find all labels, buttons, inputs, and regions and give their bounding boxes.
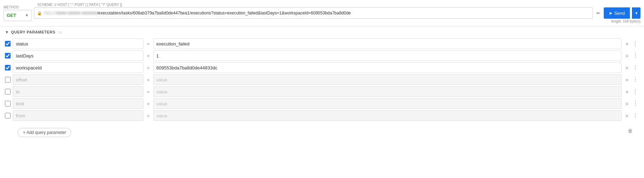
url-blurred-part: https://■■■■ ■■■■■ ■■■■■■ <box>43 11 97 16</box>
params-list: =×⋮=×⋮=×⋮=×⋮=×⋮=×⋮=×⋮ <box>5 38 639 121</box>
param-remove-button[interactable]: × <box>624 65 630 70</box>
param-checkbox[interactable] <box>5 41 11 47</box>
param-value-input[interactable] <box>153 110 622 121</box>
param-row: =×⋮ <box>5 98 639 109</box>
param-key-input[interactable] <box>13 110 143 121</box>
param-value-input[interactable] <box>153 62 622 73</box>
query-params-header[interactable]: ▼ QUERY PARAMETERS ↑↓ <box>5 30 639 34</box>
url-bar[interactable]: 🔒 https://■■■■ ■■■■■ ■■■■■■/executables/… <box>34 7 593 19</box>
param-row: =×⋮ <box>5 110 639 121</box>
param-checkbox[interactable] <box>5 101 11 106</box>
send-arrow-icon: ➤ <box>609 11 613 16</box>
param-more-button[interactable]: ⋮ <box>632 101 639 106</box>
param-row: =×⋮ <box>5 62 639 73</box>
param-row: =×⋮ <box>5 50 639 61</box>
method-section: METHOD GET ▼ <box>4 5 32 21</box>
param-remove-button[interactable]: × <box>624 53 630 59</box>
request-bar: METHOD GET ▼ SCHEME :// HOST [ ":" PORT … <box>0 0 644 26</box>
delete-all-button[interactable]: 🗑 <box>626 127 634 135</box>
send-button[interactable]: ➤ Send <box>604 7 630 19</box>
param-more-button[interactable]: ⋮ <box>632 77 639 82</box>
scheme-label: SCHEME :// HOST [ ":" PORT ] [ PATH [ "?… <box>37 3 640 7</box>
param-row: =×⋮ <box>5 74 639 85</box>
param-value-input[interactable] <box>153 74 622 85</box>
lock-icon: 🔒 <box>37 11 42 16</box>
delete-all-icon: 🗑 <box>628 128 633 134</box>
param-more-button[interactable]: ⋮ <box>632 41 639 47</box>
param-value-input[interactable] <box>153 86 622 97</box>
param-more-button[interactable]: ⋮ <box>632 113 639 118</box>
param-value-input[interactable] <box>153 50 622 61</box>
method-value: GET <box>7 13 24 18</box>
param-equals: = <box>146 113 151 118</box>
url-visible-part: /executables/tasks/608ab379a7ba8d0de447b… <box>97 11 351 16</box>
method-label: METHOD <box>4 5 32 9</box>
param-remove-button[interactable]: × <box>624 41 630 47</box>
param-value-input[interactable] <box>153 38 622 49</box>
param-remove-button[interactable]: × <box>624 113 630 118</box>
url-section: SCHEME :// HOST [ ":" PORT ] [ PATH [ "?… <box>34 3 640 23</box>
method-dropdown[interactable]: GET ▼ <box>4 10 32 21</box>
param-key-input[interactable] <box>13 62 143 73</box>
param-equals: = <box>146 89 151 94</box>
edit-url-button[interactable]: ✏ <box>595 10 602 17</box>
add-param-button[interactable]: + Add query parameter <box>18 128 71 137</box>
method-dropdown-arrow-icon: ▼ <box>25 13 29 17</box>
param-remove-button[interactable]: × <box>624 77 630 82</box>
param-more-button[interactable]: ⋮ <box>632 53 639 59</box>
param-checkbox[interactable] <box>5 89 11 94</box>
param-checkbox[interactable] <box>5 113 11 118</box>
send-dropdown-button[interactable]: ▼ <box>632 7 640 19</box>
param-key-input[interactable] <box>13 74 143 85</box>
param-remove-button[interactable]: × <box>624 89 630 94</box>
param-key-input[interactable] <box>13 50 143 61</box>
param-more-button[interactable]: ⋮ <box>632 65 639 70</box>
footer-row: + Add query parameter 🗑 <box>5 122 639 139</box>
param-key-input[interactable] <box>13 38 143 49</box>
send-label: Send <box>614 11 625 16</box>
param-equals: = <box>146 65 151 70</box>
param-key-input[interactable] <box>13 86 143 97</box>
param-checkbox[interactable] <box>5 53 11 59</box>
param-row: =×⋮ <box>5 86 639 97</box>
sort-icon: ↑↓ <box>58 30 62 34</box>
param-row: =×⋮ <box>5 38 639 49</box>
param-equals: = <box>146 77 151 82</box>
param-checkbox[interactable] <box>5 65 11 70</box>
add-param-label: + Add query parameter <box>23 130 66 135</box>
send-dropdown-arrow-icon: ▼ <box>635 11 638 15</box>
param-value-input[interactable] <box>153 98 622 109</box>
param-remove-button[interactable]: × <box>624 101 630 106</box>
param-more-button[interactable]: ⋮ <box>632 89 639 94</box>
param-equals: = <box>146 41 151 47</box>
query-params-title: QUERY PARAMETERS <box>11 30 55 34</box>
url-display: https://■■■■ ■■■■■ ■■■■■■/executables/ta… <box>43 11 590 16</box>
param-equals: = <box>146 53 151 59</box>
param-equals: = <box>146 101 151 106</box>
length-info: length: 168 byte(s) <box>34 19 640 23</box>
query-params-section: ▼ QUERY PARAMETERS ↑↓ =×⋮=×⋮=×⋮=×⋮=×⋮=×⋮… <box>0 26 644 143</box>
collapse-arrow-icon: ▼ <box>5 30 9 34</box>
param-checkbox[interactable] <box>5 77 11 82</box>
edit-icon: ✏ <box>596 11 600 16</box>
param-key-input[interactable] <box>13 98 143 109</box>
